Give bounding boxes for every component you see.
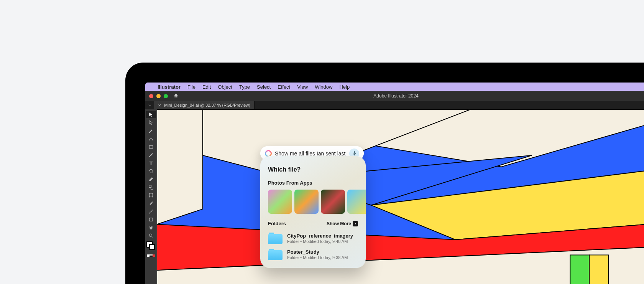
photo-thumb[interactable]	[268, 190, 292, 214]
folder-icon	[268, 233, 283, 244]
svg-rect-19	[589, 255, 608, 284]
artboard-tool-icon[interactable]	[146, 216, 156, 223]
folder-name: CityPop_reference_imagery	[287, 233, 353, 239]
chevron-right-icon	[353, 221, 358, 226]
tab-overflow-icon[interactable]: ››	[145, 103, 154, 107]
document-tab-label: Mini_Design_04.ai @ 32.37 % (RGB/Preview…	[164, 103, 250, 107]
photo-thumbnails	[268, 190, 358, 214]
hand-tool-icon[interactable]	[146, 224, 156, 231]
free-transform-tool-icon[interactable]	[146, 192, 156, 199]
menu-window[interactable]: Window	[315, 84, 332, 90]
search-input[interactable]	[275, 150, 346, 157]
photo-thumb[interactable]	[294, 190, 319, 214]
tools-panel	[145, 109, 157, 284]
menu-view[interactable]: View	[297, 84, 308, 90]
fill-stroke-swatches[interactable]	[146, 241, 156, 251]
search-results-panel: Which file? Photos From Apps Folders Sho	[260, 156, 366, 268]
close-tab-icon[interactable]: ✕	[158, 103, 161, 107]
results-heading: Which file?	[268, 166, 358, 173]
eyedropper-tool-icon[interactable]	[146, 200, 156, 207]
window-close-button[interactable]	[149, 94, 153, 98]
direct-selection-tool-icon[interactable]	[146, 119, 156, 126]
menu-type[interactable]: Type	[239, 84, 250, 90]
selection-tool-icon[interactable]	[146, 111, 156, 118]
svg-point-9	[149, 234, 152, 236]
macos-menubar: Illustrator File Edit Object Type Select…	[145, 83, 644, 91]
gradient-tool-icon[interactable]	[146, 208, 156, 215]
folder-result-row[interactable]: Poster_Study Folder • Modified today, 9:…	[268, 246, 358, 263]
menu-file[interactable]: File	[187, 84, 196, 90]
folder-meta: Folder • Modified today, 9:38 AM	[287, 255, 348, 260]
photo-thumb[interactable]	[347, 190, 366, 214]
svg-point-4	[149, 193, 150, 194]
svg-rect-0	[149, 145, 153, 148]
rotate-tool-icon[interactable]	[146, 167, 156, 175]
artwork	[157, 109, 644, 284]
svg-rect-8	[150, 218, 153, 221]
menubar-app-name[interactable]: Illustrator	[158, 84, 181, 90]
folder-icon	[268, 249, 283, 260]
window-traffic-lights	[145, 94, 168, 98]
app-title: Adobe Illustrator 2024	[373, 93, 418, 99]
window-zoom-button[interactable]	[164, 94, 168, 98]
svg-point-6	[149, 196, 150, 197]
svg-rect-18	[570, 255, 589, 284]
screen: Illustrator File Edit Object Type Select…	[145, 83, 644, 284]
menu-edit[interactable]: Edit	[202, 84, 211, 90]
curvature-tool-icon[interactable]	[146, 135, 156, 142]
svg-rect-3	[150, 193, 153, 196]
paintbrush-tool-icon[interactable]	[146, 151, 156, 159]
pen-tool-icon[interactable]	[146, 127, 156, 134]
siri-icon	[265, 150, 272, 157]
svg-point-5	[152, 193, 153, 194]
canvas[interactable]: Which file? Photos From Apps Folders Sho	[157, 109, 644, 284]
folder-result-row[interactable]: CityPop_reference_imagery Folder • Modif…	[268, 230, 358, 246]
color-mode-toggles[interactable]	[147, 254, 155, 257]
document-tab[interactable]: ✕ Mini_Design_04.ai @ 32.37 % (RGB/Previ…	[154, 101, 255, 109]
monitor-bezel: Illustrator File Edit Object Type Select…	[125, 63, 644, 284]
scale-tool-icon[interactable]	[146, 183, 156, 191]
photos-section-label: Photos From Apps	[268, 180, 312, 186]
folder-name: Poster_Study	[287, 249, 348, 255]
type-tool-icon[interactable]	[146, 159, 156, 167]
eraser-tool-icon[interactable]	[146, 175, 156, 183]
svg-marker-12	[157, 109, 203, 225]
rectangle-tool-icon[interactable]	[146, 143, 156, 150]
menu-effect[interactable]: Effect	[278, 84, 290, 90]
svg-point-7	[152, 196, 153, 197]
folder-meta: Folder • Modified today, 9:40 AM	[287, 239, 353, 244]
window-minimize-button[interactable]	[156, 94, 161, 98]
document-tabbar: ›› ✕ Mini_Design_04.ai @ 32.37 % (RGB/Pr…	[145, 101, 644, 109]
menu-help[interactable]: Help	[339, 84, 350, 90]
app-titlebar: Adobe Illustrator 2024	[145, 91, 644, 101]
workspace: Which file? Photos From Apps Folders Sho	[145, 109, 644, 284]
home-icon[interactable]	[173, 93, 179, 99]
folders-section-label: Folders	[268, 221, 286, 226]
photo-thumb[interactable]	[321, 190, 345, 214]
zoom-tool-icon[interactable]	[146, 232, 156, 239]
menu-select[interactable]: Select	[257, 84, 271, 90]
show-more-button[interactable]: Show More	[327, 221, 358, 226]
menu-object[interactable]: Object	[218, 84, 232, 90]
